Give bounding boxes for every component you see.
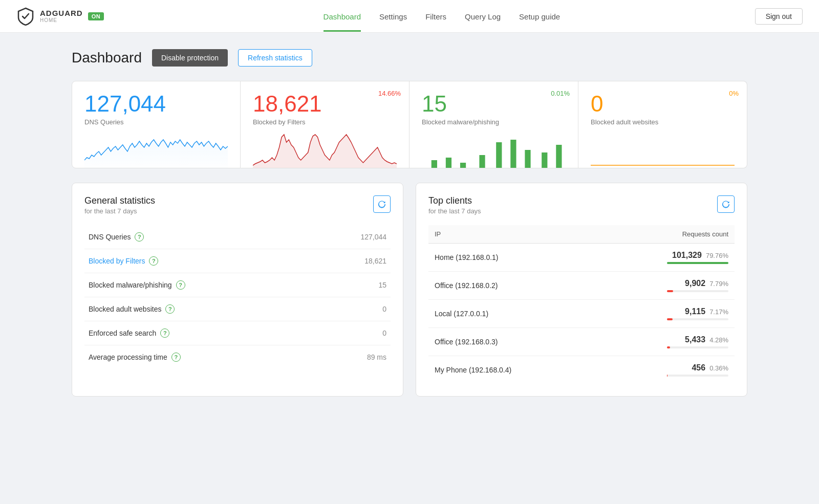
refresh-statistics-button[interactable]: Refresh statistics — [238, 49, 312, 67]
req-pct: 7.79% — [709, 280, 728, 288]
req-bar — [667, 318, 673, 320]
general-stats-table: DNS Queries ? 127,044 Blocked by Filters… — [84, 225, 391, 369]
client-requests: 9,115 7.17% — [596, 300, 735, 328]
stat-row-value: 0 — [315, 297, 391, 321]
chart-svg — [253, 132, 397, 168]
req-bar-wrap — [667, 290, 728, 292]
stat-card-2: 0.01% 15 Blocked malware/phishing — [410, 81, 578, 168]
help-icon[interactable]: ? — [160, 328, 169, 338]
panel-title-group: General statistics for the last 7 days — [84, 195, 155, 215]
stat-number: 0 — [591, 92, 735, 116]
top-clients-subtitle: for the last 7 days — [428, 207, 481, 215]
stat-row-value: 15 — [315, 273, 391, 297]
clients-table: IP Requests count Home (192.168.0.1) 101… — [428, 225, 735, 384]
stat-label: DNS Queries — [84, 118, 228, 126]
stat-card-1: 14.66% 18,621 Blocked by Filters — [241, 81, 410, 168]
general-stats-title: General statistics — [84, 195, 155, 206]
stat-row-value: 18,621 — [315, 249, 391, 273]
bottom-grid: General statistics for the last 7 days D… — [72, 183, 747, 397]
brand-sub: HOME — [40, 17, 83, 23]
req-bar-wrap — [667, 318, 728, 320]
req-pct: 7.17% — [709, 308, 728, 316]
nav-filters[interactable]: Filters — [425, 1, 446, 32]
client-name: Office (192.168.0.2) — [428, 272, 596, 300]
chart-area — [422, 132, 566, 168]
sign-out-button[interactable]: Sign out — [755, 8, 803, 25]
client-name: Local (127.0.0.1) — [428, 300, 596, 328]
stat-number: 18,621 — [253, 92, 397, 116]
svg-rect-8 — [556, 145, 562, 168]
stat-row-label: DNS Queries ? — [89, 232, 311, 242]
stat-row-label: Enforced safe search ? — [89, 328, 311, 338]
table-row: Average processing time ? 89 ms — [84, 345, 391, 369]
stat-row-label: Blocked by Filters ? — [89, 256, 311, 266]
client-requests: 9,902 7.79% — [596, 272, 735, 300]
table-row: Blocked malware/phishing ? 15 — [84, 273, 391, 297]
help-icon[interactable]: ? — [149, 256, 158, 266]
stat-row-label: Average processing time ? — [89, 353, 311, 362]
col-requests: Requests count — [596, 225, 735, 244]
table-row: Local (127.0.0.1) 9,115 7.17% — [428, 300, 735, 328]
help-icon[interactable]: ? — [176, 280, 185, 290]
stat-row-label: Blocked malware/phishing ? — [89, 280, 311, 290]
req-count: 9,902 — [685, 279, 705, 288]
table-row: Blocked by Filters ? 18,621 — [84, 249, 391, 273]
help-icon[interactable]: ? — [171, 353, 181, 362]
nav-dashboard[interactable]: Dashboard — [324, 1, 361, 32]
table-row: Home (192.168.0.1) 101,329 79.76% — [428, 244, 735, 272]
page-header: Dashboard Disable protection Refresh sta… — [72, 49, 747, 67]
top-clients-refresh-button[interactable] — [717, 195, 735, 213]
svg-rect-1 — [446, 158, 451, 168]
nav-query-log[interactable]: Query Log — [465, 1, 501, 32]
refresh-icon — [722, 200, 730, 208]
disable-protection-button[interactable]: Disable protection — [152, 49, 228, 67]
top-clients-title-group: Top clients for the last 7 days — [428, 195, 481, 215]
client-name: Home (192.168.0.1) — [428, 244, 596, 272]
refresh-icon — [378, 200, 386, 208]
general-stats-subtitle: for the last 7 days — [84, 207, 155, 215]
nav-settings[interactable]: Settings — [379, 1, 407, 32]
top-clients-panel: Top clients for the last 7 days IP Reque… — [416, 183, 747, 397]
help-icon[interactable]: ? — [135, 232, 144, 242]
req-bar-wrap — [667, 375, 728, 377]
stat-label: Blocked adult websites — [591, 118, 735, 126]
requests-cell: 9,115 7.17% — [602, 307, 728, 320]
stat-label: Blocked malware/phishing — [422, 118, 566, 126]
help-icon[interactable]: ? — [165, 304, 175, 314]
nav-setup-guide[interactable]: Setup guide — [519, 1, 560, 32]
top-clients-header: Top clients for the last 7 days — [428, 195, 735, 215]
table-row: Enforced safe search ? 0 — [84, 321, 391, 345]
svg-rect-5 — [510, 140, 516, 168]
panel-header: General statistics for the last 7 days — [84, 195, 391, 215]
general-stats-refresh-button[interactable] — [373, 195, 391, 213]
svg-rect-0 — [432, 160, 437, 168]
requests-top: 9,902 7.79% — [685, 279, 728, 288]
requests-cell: 5,433 4.28% — [602, 335, 728, 348]
requests-top: 9,115 7.17% — [685, 307, 728, 316]
stat-row-value: 89 ms — [315, 345, 391, 369]
stat-row-value: 127,044 — [315, 225, 391, 249]
chart-svg — [84, 132, 228, 168]
table-row: Office (192.168.0.3) 5,433 4.28% — [428, 328, 735, 356]
req-bar — [667, 346, 670, 348]
requests-top: 5,433 4.28% — [685, 335, 728, 344]
req-bar-wrap — [667, 262, 728, 264]
general-statistics-panel: General statistics for the last 7 days D… — [72, 183, 403, 397]
client-name: My Phone (192.168.0.4) — [428, 356, 596, 384]
col-ip: IP — [428, 225, 596, 244]
stat-card-0: 127,044 DNS Queries — [72, 81, 241, 168]
client-requests: 101,329 79.76% — [596, 244, 735, 272]
svg-rect-6 — [525, 150, 530, 168]
table-row: My Phone (192.168.0.4) 456 0.36% — [428, 356, 735, 384]
req-bar — [667, 375, 667, 377]
table-header-row: IP Requests count — [428, 225, 735, 244]
stat-number: 127,044 — [84, 92, 228, 116]
requests-cell: 101,329 79.76% — [602, 251, 728, 264]
svg-rect-3 — [479, 155, 485, 168]
chart-svg — [422, 132, 566, 168]
stat-card-3: 0% 0 Blocked adult websites — [578, 81, 747, 168]
main-content: Dashboard Disable protection Refresh sta… — [51, 33, 768, 413]
table-row: Blocked adult websites ? 0 — [84, 297, 391, 321]
stat-percent: 0.01% — [551, 90, 570, 97]
req-count: 456 — [692, 363, 705, 372]
